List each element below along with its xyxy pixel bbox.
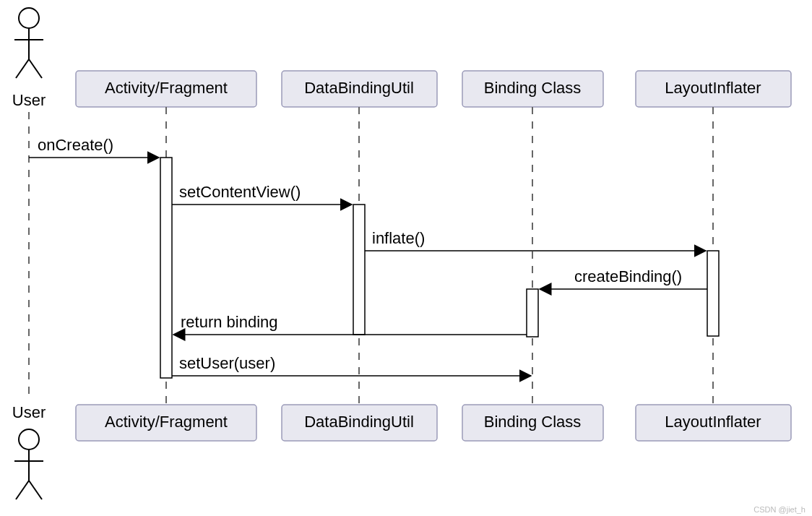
svg-text:LayoutInflater: LayoutInflater (665, 413, 761, 431)
watermark: CSDN @jiet_h (753, 505, 805, 514)
actor-label-bottom: User (12, 403, 46, 421)
svg-text:Activity/Fragment: Activity/Fragment (105, 79, 228, 97)
svg-text:setUser(user): setUser(user) (179, 354, 275, 372)
svg-line-37 (29, 481, 42, 499)
svg-text:DataBindingUtil: DataBindingUtil (304, 413, 414, 431)
svg-line-36 (16, 481, 29, 499)
svg-text:inflate(): inflate() (372, 229, 425, 247)
svg-text:createBinding(): createBinding() (574, 267, 682, 285)
svg-text:onCreate(): onCreate() (38, 136, 113, 154)
participant-inflater-bottom: LayoutInflater (636, 405, 791, 441)
svg-text:Activity/Fragment: Activity/Fragment (105, 413, 228, 431)
message-inflate: inflate() (365, 229, 706, 251)
svg-point-0 (19, 8, 39, 28)
svg-text:Binding Class: Binding Class (484, 79, 582, 97)
svg-text:Binding Class: Binding Class (484, 413, 582, 431)
participant-dbutil-bottom: DataBindingUtil (282, 405, 437, 441)
activation-activity (160, 158, 172, 378)
svg-text:return binding: return binding (181, 313, 278, 331)
actor-user-top: User (12, 8, 46, 109)
activation-inflater (707, 251, 719, 336)
svg-text:LayoutInflater: LayoutInflater (665, 79, 761, 97)
participant-bclass-top: Binding Class (462, 71, 603, 107)
message-createbinding: createBinding() (540, 267, 707, 289)
svg-point-33 (19, 429, 39, 450)
message-setcontentview: setContentView() (172, 183, 352, 205)
actor-user-bottom: User (12, 403, 46, 499)
participant-dbutil-top: DataBindingUtil (282, 71, 437, 107)
svg-text:DataBindingUtil: DataBindingUtil (304, 79, 414, 97)
participant-bclass-bottom: Binding Class (462, 405, 603, 441)
svg-line-3 (16, 59, 29, 78)
sequence-diagram: User Activity/Fragment DataBindingUtil B… (0, 0, 812, 516)
participant-inflater-top: LayoutInflater (636, 71, 791, 107)
svg-line-4 (29, 59, 42, 78)
actor-label-top: User (12, 91, 46, 109)
message-oncreate: onCreate() (29, 136, 159, 158)
svg-text:setContentView(): setContentView() (179, 183, 301, 201)
message-return-binding: return binding (173, 313, 527, 335)
participant-activity-bottom: Activity/Fragment (76, 405, 256, 441)
participant-activity-top: Activity/Fragment (76, 71, 256, 107)
activation-bclass (527, 289, 538, 337)
activation-dbutil (353, 205, 365, 335)
message-setuser: setUser(user) (172, 354, 531, 376)
